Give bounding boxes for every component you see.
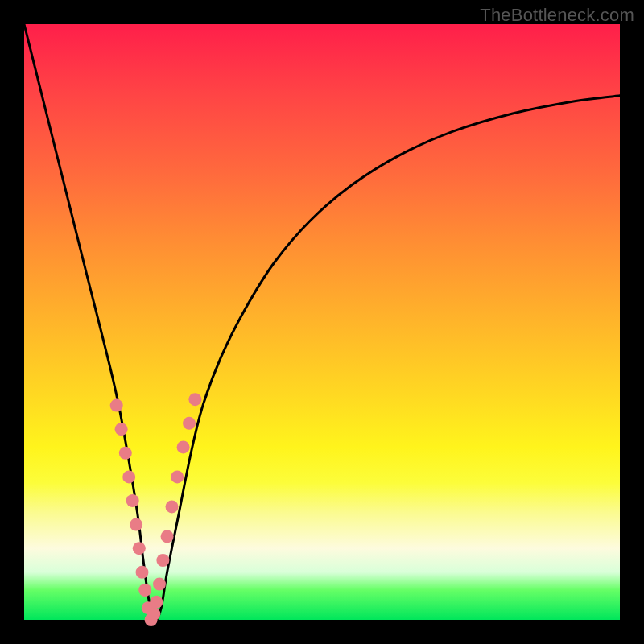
- marker-dot: [183, 417, 196, 430]
- highlighted-range-markers: [110, 393, 202, 626]
- watermark-text: TheBottleneck.com: [480, 5, 634, 26]
- marker-dot: [115, 423, 128, 436]
- marker-dot: [119, 447, 132, 460]
- marker-dot: [130, 518, 142, 531]
- marker-dot: [126, 494, 139, 507]
- plot-area: [24, 24, 620, 620]
- marker-dot: [138, 584, 151, 597]
- marker-dot: [166, 500, 179, 513]
- marker-dot: [136, 566, 149, 579]
- marker-dot: [171, 470, 184, 483]
- marker-dot: [122, 470, 135, 483]
- bottleneck-curve-path: [24, 24, 620, 620]
- marker-dot: [110, 399, 123, 412]
- marker-dot: [133, 542, 146, 555]
- marker-dot: [156, 554, 169, 567]
- marker-dot: [177, 440, 190, 453]
- marker-dot: [153, 578, 166, 591]
- marker-dot: [188, 393, 201, 406]
- marker-dot: [150, 596, 163, 609]
- curve-layer: [24, 24, 620, 620]
- bottleneck-curve: [24, 24, 620, 620]
- marker-dot: [147, 608, 160, 621]
- marker-dot: [161, 530, 174, 543]
- chart-frame: TheBottleneck.com: [0, 0, 644, 644]
